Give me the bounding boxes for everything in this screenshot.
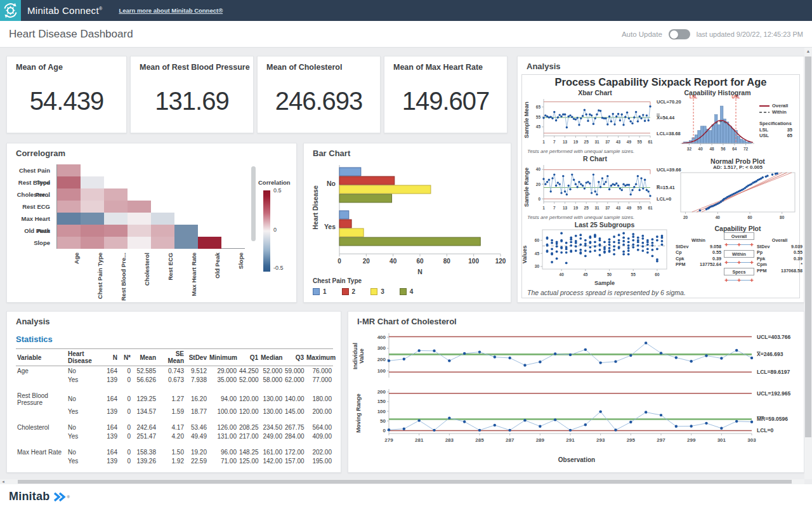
svg-text:285: 285: [475, 437, 484, 443]
heatmap-cell[interactable]: [81, 213, 104, 225]
svg-text:20: 20: [683, 215, 688, 220]
heatmap-cell[interactable]: [57, 201, 81, 213]
column-header: Maximum: [305, 349, 333, 366]
table-row: Rest Blood PressureNo1640129.251.2716.20…: [16, 391, 333, 407]
svg-text:56: 56: [721, 147, 726, 151]
kpi-card-age: Mean of Age 54.439: [6, 56, 127, 133]
heatmap-cell[interactable]: [198, 237, 221, 249]
svg-text:25: 25: [584, 140, 589, 144]
sixpack-analysis-panel: Analysis Process Capability Sixpack Repo…: [517, 56, 804, 303]
panel-title: Correlogram: [16, 149, 65, 158]
heatmap-row-label: Slope: [8, 237, 53, 249]
heatmap-row-label: Max Heart Rate: [8, 213, 53, 225]
vertical-scroll-thumb[interactable]: [805, 56, 811, 437]
svg-text:60: 60: [747, 215, 752, 220]
heatmap-cell[interactable]: [174, 225, 198, 237]
heatmap-row-label: Rest ECG: [8, 201, 53, 213]
heatmap-cell[interactable]: [104, 188, 128, 201]
svg-text:48: 48: [709, 147, 714, 151]
svg-text:37: 37: [605, 206, 610, 210]
correlogram-scrollbar[interactable]: [251, 166, 256, 241]
heatmap-cell[interactable]: [128, 225, 151, 237]
kpi-value: 54.439: [7, 87, 126, 116]
correlation-legend-title: Correlation: [258, 179, 291, 186]
column-header: Minimum: [208, 349, 238, 366]
capplot-stat-row: StDev9.058: [676, 244, 721, 250]
kpi-value: 149.607: [384, 87, 507, 116]
scroll-left-icon[interactable]: ◄: [0, 479, 6, 484]
table-row: Yes1390139.261.9222.5971.00125.00142.001…: [16, 456, 333, 465]
panel-title: Analysis: [16, 317, 49, 326]
svg-text:60: 60: [655, 272, 660, 277]
heatmap-cell[interactable]: [128, 213, 151, 225]
vertical-scrollbar[interactable]: ▲: [804, 48, 812, 479]
panel-title: I-MR Chart of Cholesterol: [357, 317, 457, 326]
heatmap-cell[interactable]: [57, 164, 81, 176]
heatmap-cell[interactable]: [81, 176, 104, 188]
kpi-title: Mean of Cholesterol: [266, 63, 342, 72]
svg-text:20: 20: [536, 182, 541, 187]
heatmap-cell[interactable]: [151, 237, 174, 249]
individual-value-chart: 100200300400UCL=403.766X=246.693LCL=89.6…: [355, 329, 799, 385]
brand-name: Minitab Connect®: [27, 5, 102, 16]
statistics-table: VariableHeart DiseaseNN*MeanSE MeanStDev…: [16, 348, 333, 465]
heatmap-cell[interactable]: [104, 237, 128, 249]
bar-legend: 1234: [313, 288, 413, 295]
svg-text:287: 287: [506, 437, 514, 443]
svg-text:LSL: LSL: [690, 95, 697, 99]
svg-text:300: 300: [377, 345, 386, 351]
svg-text:291: 291: [566, 437, 575, 443]
heatmap-cell[interactable]: [128, 237, 151, 249]
svg-text:64: 64: [732, 147, 737, 151]
heatmap-cell[interactable]: [57, 176, 81, 188]
horizontal-scroll-thumb[interactable]: [18, 480, 792, 484]
svg-text:43: 43: [616, 206, 621, 210]
heatmap-cell[interactable]: [104, 213, 128, 225]
svg-text:30: 30: [535, 264, 540, 268]
capplot-stat-row: Cp0.55: [676, 249, 721, 256]
capability-histogram: LSLUSL324048566472: [678, 94, 757, 156]
horizontal-scrollbar[interactable]: ◄: [0, 479, 804, 484]
heatmap-cell[interactable]: [81, 237, 104, 249]
svg-text:293: 293: [596, 437, 605, 443]
svg-text:60: 60: [535, 238, 540, 242]
registered-mark: ®: [99, 6, 102, 11]
r-chart: 0204017131925313743495561UCL=39.66R=15.4…: [526, 161, 695, 213]
correlogram-panel: Correlogram Chest Pain TypeRest Blood Pr…: [6, 143, 297, 303]
heatmap-cell[interactable]: [104, 225, 128, 237]
scroll-up-icon[interactable]: ▲: [804, 48, 812, 55]
svg-text:7: 7: [553, 206, 556, 210]
minitab-connect-logo-icon[interactable]: [0, 0, 21, 21]
heatmap-cell[interactable]: [151, 213, 174, 225]
heatmap-row-label: Cholesterol: [8, 188, 53, 201]
heatmap-cell[interactable]: [174, 237, 198, 249]
heatmap-cell[interactable]: [81, 188, 104, 201]
heatmap-cell[interactable]: [57, 225, 81, 237]
colorbar-tick: -0.5: [273, 265, 284, 271]
svg-text:283: 283: [445, 437, 454, 443]
legend-item: 4: [400, 288, 414, 295]
heatmap-cell[interactable]: [81, 225, 104, 237]
page-title: Heart Disease Dashboard: [9, 28, 133, 41]
capplot-within-stats: Within StDev9.058Cp0.55Cpk0.39PPM137752.…: [676, 237, 721, 268]
minitab-footer-logo: Minitab: [9, 490, 49, 503]
learn-more-link[interactable]: Learn more about Minitab Connect®: [119, 7, 223, 14]
heatmap-cell[interactable]: [128, 201, 151, 213]
svg-text:40: 40: [698, 147, 704, 151]
svg-text:100: 100: [377, 409, 386, 414]
correlation-colorbar: [263, 190, 270, 272]
capplot-stat-row: StDev9.039: [757, 244, 802, 250]
heatmap-cell[interactable]: [104, 201, 128, 213]
column-header: N: [102, 349, 119, 366]
capplot-stat-row: Cpm*: [757, 261, 802, 268]
heatmap-cell[interactable]: [81, 201, 104, 213]
heatmap-col-label: Age: [72, 253, 81, 303]
heatmap-cell[interactable]: [57, 188, 81, 201]
legend-item: 3: [370, 288, 384, 295]
heatmap-cell[interactable]: [57, 237, 81, 249]
heatmap-cell[interactable]: [57, 213, 81, 225]
svg-text:297: 297: [657, 437, 665, 443]
capplot-interval: [724, 241, 754, 248]
auto-update-toggle[interactable]: [669, 29, 690, 39]
heatmap-cell[interactable]: [151, 225, 174, 237]
